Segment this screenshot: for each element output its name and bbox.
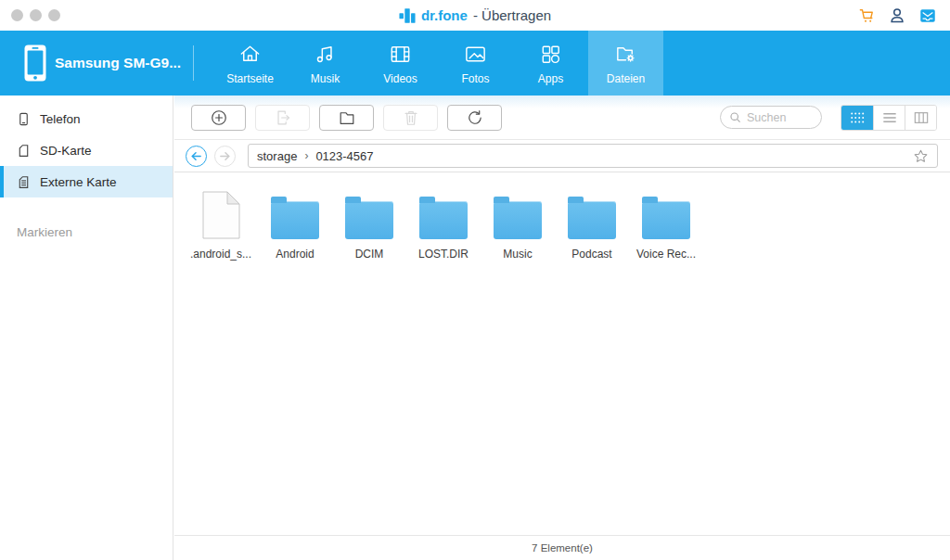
search-input[interactable] — [747, 111, 812, 124]
breadcrumb-separator: › — [304, 149, 308, 162]
grid-view-icon — [850, 111, 865, 124]
new-folder-button[interactable] — [319, 105, 374, 131]
file-name: LOST.DIR — [418, 248, 469, 261]
sidebar-item-externe-karte[interactable]: Externe Karte — [0, 166, 173, 197]
file-item[interactable]: Music — [481, 185, 555, 261]
video-icon — [388, 42, 413, 67]
file-item[interactable]: .android_s... — [184, 185, 258, 261]
tab-label: Videos — [383, 72, 417, 85]
file-name: .android_s... — [190, 248, 251, 261]
file-name: Android — [276, 248, 314, 261]
file-name: Podcast — [571, 248, 611, 261]
columns-view-icon — [914, 111, 929, 124]
refresh-button[interactable] — [447, 105, 502, 131]
folder-icon — [338, 108, 356, 127]
module-title: - Übertragen — [473, 7, 551, 23]
arrow-left-icon — [190, 150, 202, 162]
tab-dateien[interactable]: Dateien — [588, 31, 663, 95]
files-icon — [613, 42, 638, 67]
search-box — [720, 106, 822, 129]
tab-fotos[interactable]: Fotos — [438, 31, 513, 95]
phone-icon — [17, 112, 31, 126]
tab-label: Musik — [311, 72, 340, 85]
file-name: DCIM — [355, 248, 384, 261]
sidebar-section-markieren[interactable]: Markieren — [0, 225, 173, 239]
search-icon — [729, 111, 741, 123]
breadcrumb-segment-card[interactable]: 0123-4567 — [315, 149, 373, 163]
nav-divider — [193, 45, 194, 81]
maximize-button[interactable] — [48, 9, 60, 21]
content-pane: storage › 0123-4567 .android_s... Androi… — [174, 95, 950, 560]
status-bar: 7 Element(e) — [174, 535, 950, 560]
sidebar: Telefon SD-Karte Externe Karte Markieren — [0, 95, 173, 560]
file-grid: .android_s... Android DCIM LOST.DIR Musi… — [174, 172, 950, 270]
add-button[interactable] — [191, 105, 246, 131]
file-item[interactable]: Voice Rec... — [629, 185, 703, 261]
file-item[interactable]: LOST.DIR — [406, 185, 481, 261]
navbar: Samsung SM-G9... Startseite Musik Videos… — [0, 31, 950, 95]
minimize-button[interactable] — [30, 9, 42, 21]
tab-label: Fotos — [461, 72, 489, 85]
arrow-right-icon — [219, 150, 231, 162]
folder-icon — [271, 185, 319, 239]
file-name: Voice Rec... — [636, 248, 696, 261]
app-window: dr.fone - Übertragen Samsung SM-G9... St… — [0, 0, 950, 560]
trash-icon — [402, 108, 420, 127]
favorite-star-icon[interactable] — [913, 148, 929, 164]
folder-icon — [494, 185, 542, 239]
device-selector[interactable]: Samsung SM-G9... — [0, 31, 193, 95]
sidebar-item-label: SD-Karte — [40, 144, 92, 158]
tab-label: Dateien — [607, 72, 645, 85]
tab-videos[interactable]: Videos — [363, 31, 438, 95]
apps-icon — [538, 42, 563, 67]
toolbar — [174, 95, 950, 140]
app-name: dr.fone — [421, 7, 468, 23]
nav-tabs: Startseite Musik Videos Fotos Apps Datei… — [212, 31, 663, 95]
device-phone-icon — [24, 45, 46, 82]
plus-circle-icon — [210, 108, 228, 127]
tab-apps[interactable]: Apps — [513, 31, 588, 95]
sidebar-item-telefon[interactable]: Telefon — [0, 103, 173, 134]
sd-card-icon — [17, 144, 31, 158]
export-icon — [274, 108, 292, 127]
back-button[interactable] — [186, 146, 207, 167]
titlebar-actions — [857, 0, 937, 31]
tab-musik[interactable]: Musik — [288, 31, 363, 95]
delete-button[interactable] — [383, 105, 438, 131]
file-item[interactable]: Podcast — [555, 185, 629, 261]
export-button[interactable] — [255, 105, 310, 131]
tab-label: Apps — [538, 72, 563, 85]
music-icon — [313, 42, 338, 67]
inbox-icon[interactable] — [918, 6, 937, 25]
refresh-icon — [466, 108, 484, 127]
device-name: Samsung SM-G9... — [55, 55, 181, 71]
item-count: 7 Element(e) — [532, 542, 593, 554]
columns-view-button[interactable] — [905, 106, 936, 130]
cart-icon[interactable] — [857, 6, 876, 25]
file-icon — [202, 185, 240, 239]
file-item[interactable]: DCIM — [332, 185, 406, 261]
sidebar-item-sd-karte[interactable]: SD-Karte — [0, 134, 173, 166]
folder-icon — [642, 185, 690, 239]
grid-view-button[interactable] — [841, 106, 873, 130]
path-bar: storage › 0123-4567 — [174, 140, 950, 172]
file-item[interactable]: Android — [258, 185, 332, 261]
user-icon[interactable] — [888, 6, 906, 25]
tab-startseite[interactable]: Startseite — [212, 31, 288, 95]
window-controls — [11, 9, 60, 21]
home-icon — [238, 42, 263, 67]
folder-icon — [568, 185, 616, 239]
forward-button[interactable] — [214, 146, 236, 167]
list-view-button[interactable] — [873, 106, 905, 130]
external-card-icon — [17, 175, 31, 189]
window-title: dr.fone - Übertragen — [0, 0, 950, 31]
folder-icon — [345, 185, 393, 239]
breadcrumb-segment-storage[interactable]: storage — [257, 149, 297, 163]
close-button[interactable] — [11, 9, 23, 21]
folder-icon — [419, 185, 468, 239]
titlebar: dr.fone - Übertragen — [0, 0, 950, 31]
breadcrumb[interactable]: storage › 0123-4567 — [248, 144, 938, 168]
tab-label: Startseite — [226, 72, 274, 85]
sidebar-item-label: Telefon — [40, 112, 81, 126]
drfone-logo-icon — [399, 7, 416, 24]
